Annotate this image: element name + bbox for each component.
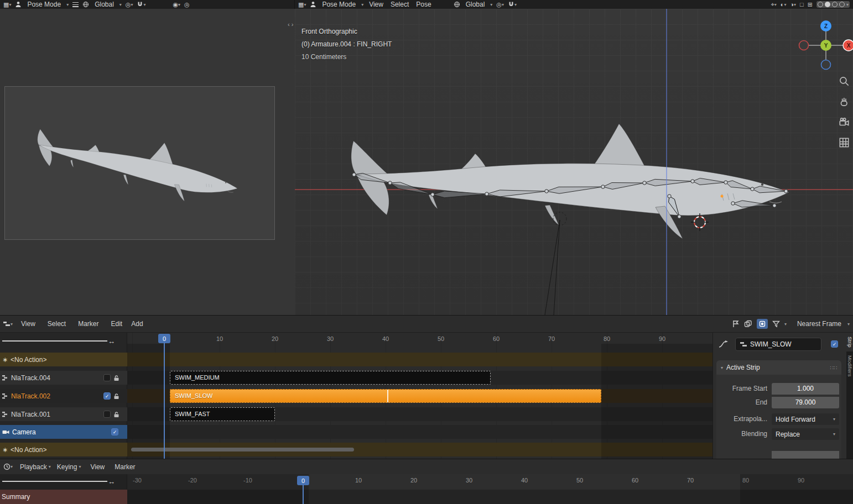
lock-icon[interactable] bbox=[113, 393, 119, 400]
camera-view-icon[interactable] bbox=[838, 116, 850, 128]
strip-name-value: SWIM_SLOW bbox=[750, 340, 792, 348]
filter-funnel-icon[interactable] bbox=[772, 321, 780, 328]
ortho-grid-icon[interactable] bbox=[838, 136, 850, 149]
animate-property-icon[interactable] bbox=[719, 340, 729, 348]
proportional-editing-icon[interactable]: ◉▾ bbox=[173, 1, 180, 8]
orientation-dropdown[interactable]: Global bbox=[464, 1, 487, 8]
flag-icon[interactable] bbox=[732, 320, 740, 328]
camera-viewport[interactable] bbox=[0, 9, 295, 315]
extrapolation-dropdown[interactable]: Hold Forward ▾ bbox=[772, 413, 839, 425]
strip-name-field[interactable]: SWIM_SLOW bbox=[735, 338, 821, 351]
blending-dropdown[interactable]: Replace ▾ bbox=[772, 428, 839, 440]
track-mute-checkbox[interactable] bbox=[103, 411, 111, 418]
channel-scrollbar-arrows[interactable]: ↔ bbox=[108, 337, 115, 345]
sync-strip-toggle-icon[interactable] bbox=[757, 319, 768, 329]
navigation-gizmo[interactable]: Z X Y bbox=[797, 19, 853, 74]
viewport-box-icon[interactable]: □ bbox=[800, 1, 804, 8]
nla-current-frame-badge[interactable]: 0 bbox=[158, 334, 170, 343]
lock-icon[interactable] bbox=[113, 411, 119, 418]
nla-strip-area[interactable]: 0102030405060708090 SWIM_MEDIUM SWIM_SLO… bbox=[127, 333, 712, 459]
object-checkbox[interactable]: ✓ bbox=[111, 428, 118, 435]
tab-modifiers[interactable]: Modifiers bbox=[846, 351, 853, 381]
gizmo-cursor-icon[interactable]: ⌖▾ bbox=[771, 1, 777, 8]
channel-row-no-action-1[interactable]: ∗ <No Action> bbox=[0, 353, 127, 366]
nla-editor-type-icon[interactable]: ▾ bbox=[3, 321, 13, 327]
editor-type-icon[interactable]: ▦▾ bbox=[298, 1, 306, 8]
orientation-chevron[interactable]: ▾ bbox=[119, 2, 122, 7]
shading-material-icon[interactable] bbox=[832, 2, 838, 7]
xray-icon[interactable]: ◑▾ bbox=[790, 1, 796, 8]
channel-row-camera[interactable]: Camera ✓ bbox=[0, 425, 127, 439]
nla-track-icon bbox=[2, 375, 8, 381]
timeline-current-frame-badge[interactable]: 0 bbox=[297, 476, 309, 485]
timeline-editor-type-icon[interactable]: ▾ bbox=[3, 463, 13, 470]
snap-magnet-icon[interactable]: ▾ bbox=[137, 1, 145, 8]
menu-select[interactable]: Select bbox=[389, 1, 410, 8]
summary-keyframe-area[interactable] bbox=[127, 490, 853, 504]
channel-row-nlatrack-002[interactable]: NlaTrack.002 ✓ bbox=[0, 389, 127, 403]
nla-strip-swim-fast[interactable]: SWIM_FAST bbox=[170, 407, 275, 421]
track-mute-checkbox[interactable] bbox=[103, 374, 111, 381]
editor-type-icon[interactable]: ▦▾ bbox=[3, 1, 11, 8]
pivot-point-icon[interactable]: ◎▾ bbox=[496, 1, 504, 8]
shading-chevron[interactable]: ▾ bbox=[846, 2, 849, 7]
lock-icon[interactable] bbox=[113, 375, 119, 381]
tl-menu-keying[interactable]: Keying bbox=[55, 463, 79, 471]
tab-strip[interactable]: Strip bbox=[846, 333, 853, 351]
viewport-grid-icon[interactable]: ⊞ bbox=[808, 1, 813, 8]
timeline-ruler[interactable]: -30-20-100102030405060708090 0 bbox=[127, 474, 853, 490]
mode-dropdown-chevron[interactable]: ▾ bbox=[361, 2, 363, 7]
panel-collapse-chevron[interactable]: ▾ bbox=[721, 365, 723, 370]
nla-menu-view[interactable]: View bbox=[19, 320, 37, 328]
shading-solid-icon[interactable] bbox=[825, 2, 830, 7]
shading-wireframe-icon[interactable] bbox=[818, 2, 823, 7]
tl-menu-playback[interactable]: Playback bbox=[18, 463, 49, 471]
pose-viewport[interactable]: Front Orthographic (0) Armature.004 : FI… bbox=[295, 9, 853, 315]
overlays-icon[interactable]: ◐▾ bbox=[781, 1, 787, 8]
ruler-tick: 40 bbox=[513, 477, 535, 484]
frame-start-field[interactable]: 1.000 bbox=[772, 383, 839, 395]
area-splitter-handle[interactable]: ‹ › bbox=[288, 21, 293, 28]
hamburger-icon[interactable] bbox=[72, 2, 79, 7]
panel-drag-handle[interactable]: ∷∷ bbox=[830, 365, 837, 371]
falloff-icon[interactable]: ◎ bbox=[184, 1, 190, 8]
channel-scrollbar[interactable] bbox=[2, 340, 107, 342]
menu-view[interactable]: View bbox=[367, 1, 385, 8]
nla-menu-edit[interactable]: Edit bbox=[110, 320, 124, 328]
orientation-dropdown[interactable]: Global bbox=[93, 1, 116, 8]
shading-rendered-icon[interactable] bbox=[839, 2, 845, 7]
snap-mode-chevron[interactable]: ▾ bbox=[847, 322, 850, 327]
active-strip-panel-header[interactable]: ▾ Active Strip ∷∷ bbox=[716, 360, 841, 375]
nla-menu-select[interactable]: Select bbox=[46, 320, 67, 328]
pivot-point-icon[interactable]: ◎▾ bbox=[126, 1, 133, 8]
mode-dropdown[interactable]: Pose Mode bbox=[25, 1, 63, 8]
nla-strip-swim-slow[interactable]: SWIM_SLOW bbox=[170, 389, 601, 403]
filter-chevron[interactable]: ▾ bbox=[784, 322, 787, 327]
strip-enable-checkbox[interactable]: ✓ bbox=[831, 340, 838, 348]
channel-row-nlatrack-001[interactable]: NlaTrack.001 bbox=[0, 407, 127, 421]
menu-pose[interactable]: Pose bbox=[414, 1, 433, 8]
nla-menu-add[interactable]: Add bbox=[129, 320, 144, 328]
track-mute-checkbox[interactable]: ✓ bbox=[103, 392, 111, 400]
channel-row-no-action-2[interactable]: ∗ <No Action> bbox=[0, 443, 127, 456]
tl-menu-marker[interactable]: Marker bbox=[113, 463, 137, 471]
orientation-chevron[interactable]: ▾ bbox=[490, 2, 492, 7]
channel-row-nlatrack-004[interactable]: NlaTrack.004 bbox=[0, 371, 127, 385]
nla-strip-swim-medium[interactable]: SWIM_MEDIUM bbox=[170, 371, 491, 385]
timeline-scrollbar-arrows[interactable]: ↔ bbox=[108, 477, 115, 486]
summary-channel[interactable]: Summary bbox=[0, 490, 127, 504]
timeline-scrollbar[interactable] bbox=[2, 481, 107, 482]
pan-hand-icon[interactable] bbox=[838, 96, 850, 108]
snap-magnet-icon[interactable]: ▾ bbox=[508, 1, 517, 8]
nla-menu-marker[interactable]: Marker bbox=[76, 320, 100, 328]
tl-playback-chevron[interactable]: ▾ bbox=[49, 464, 51, 469]
snap-mode-dropdown[interactable]: Nearest Frame bbox=[795, 320, 843, 328]
overlap-frames-icon[interactable] bbox=[744, 320, 752, 328]
clipped-field[interactable] bbox=[772, 451, 839, 459]
tl-menu-view[interactable]: View bbox=[89, 463, 106, 471]
zoom-icon[interactable] bbox=[838, 75, 850, 87]
frame-end-field[interactable]: 79.000 bbox=[772, 397, 839, 408]
mode-dropdown[interactable]: Pose Mode bbox=[320, 1, 357, 8]
mode-dropdown-chevron[interactable]: ▾ bbox=[66, 2, 69, 7]
tl-keying-chevron[interactable]: ▾ bbox=[79, 464, 81, 469]
